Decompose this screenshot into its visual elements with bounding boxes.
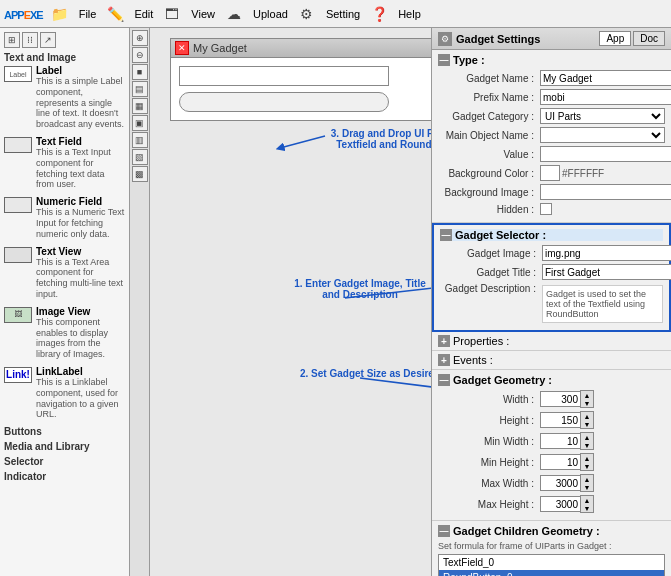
menu-help[interactable]: Help <box>392 6 427 22</box>
gadget-title-row: Gadget Title : <box>440 264 663 280</box>
linklabel-comp-desc: This is a Linklabel component, used for … <box>36 377 125 420</box>
settings-tabs: App Doc <box>599 31 665 46</box>
window-icon[interactable]: 🗔 <box>161 3 183 25</box>
height-spinner: ▲ ▼ <box>540 411 594 429</box>
bg-color-swatch[interactable] <box>540 165 560 181</box>
linklabel-comp-icon: Link! <box>4 367 32 383</box>
selector-label-text: Gadget Selector : <box>455 229 546 241</box>
gadget-button[interactable] <box>179 92 389 112</box>
width-row: Width : ▲ ▼ <box>438 390 665 408</box>
canvas-area: ✕ My Gadget 3. Drag and Drop UI Parts e.… <box>150 28 431 576</box>
value-input[interactable] <box>540 146 671 162</box>
events-expand-icon: + <box>438 354 450 366</box>
menu-file[interactable]: File <box>73 6 103 22</box>
menu-edit[interactable]: Edit <box>128 6 159 22</box>
min-height-row: Min Height : ▲ ▼ <box>438 453 665 471</box>
textview-comp-icon <box>4 247 32 263</box>
gadget-title-text: My Gadget <box>193 42 247 54</box>
width-spin-up[interactable]: ▲ <box>581 391 593 399</box>
max-width-spin-down[interactable]: ▼ <box>581 483 593 491</box>
component-label[interactable]: Label Label This is a simple Label compo… <box>4 65 125 130</box>
child-roundbutton[interactable]: RoundButton_0 <box>439 570 664 576</box>
tool5-icon[interactable]: ▥ <box>132 132 148 148</box>
menu-upload[interactable]: Upload <box>247 6 294 22</box>
children-section: — Gadget Children Geometry : Set formula… <box>432 521 671 576</box>
edit-doc-icon[interactable]: ✏️ <box>104 3 126 25</box>
menu-view[interactable]: View <box>185 6 221 22</box>
zoom-out-icon[interactable]: ⊖ <box>132 47 148 63</box>
min-height-input[interactable] <box>540 454 580 470</box>
min-width-row: Min Width : ▲ ▼ <box>438 432 665 450</box>
tool4-icon[interactable]: ▣ <box>132 115 148 131</box>
max-width-spin-up[interactable]: ▲ <box>581 475 593 483</box>
annotation-3: 3. Drag and Drop UI Parts e.g Textfield … <box>310 128 431 150</box>
tab-doc[interactable]: Doc <box>633 31 665 46</box>
dots-icon[interactable]: ⁞⁞ <box>22 32 38 48</box>
min-width-spin-up[interactable]: ▲ <box>581 433 593 441</box>
min-height-spin-up[interactable]: ▲ <box>581 454 593 462</box>
gadget-name-input[interactable] <box>540 70 671 86</box>
tool3-icon[interactable]: ▦ <box>132 98 148 114</box>
imageview-comp-icon: 🖼 <box>4 307 32 323</box>
properties-section[interactable]: + Properties : <box>432 332 671 351</box>
gadget-window[interactable]: ✕ My Gadget <box>170 38 431 121</box>
section-media: Media and Library <box>4 441 125 452</box>
component-textview[interactable]: Text View This is a Text Area component … <box>4 246 125 300</box>
children-label-text: Gadget Children Geometry : <box>453 525 600 537</box>
min-height-spin-down[interactable]: ▼ <box>581 462 593 470</box>
width-input[interactable] <box>540 391 580 407</box>
min-width-input[interactable] <box>540 433 580 449</box>
min-width-spin-down[interactable]: ▼ <box>581 441 593 449</box>
geometry-section-label: — Gadget Geometry : <box>438 374 665 386</box>
prefix-input[interactable] <box>540 89 671 105</box>
category-select[interactable]: UI Parts <box>540 108 665 124</box>
zoom-in-icon[interactable]: ⊕ <box>132 30 148 46</box>
max-height-input[interactable] <box>540 496 580 512</box>
height-input[interactable] <box>540 412 580 428</box>
menu-setting[interactable]: Setting <box>320 6 366 22</box>
geometry-collapse-btn[interactable]: — <box>438 374 450 386</box>
tab-app[interactable]: App <box>599 31 631 46</box>
gadget-textfield[interactable] <box>179 66 389 86</box>
numfield-comp-name: Numeric Field <box>36 196 125 207</box>
min-height-label: Min Height : <box>438 457 538 468</box>
grid-icon[interactable]: ⊞ <box>4 32 20 48</box>
max-height-spin-down[interactable]: ▼ <box>581 504 593 512</box>
hidden-row: Hidden : <box>438 203 665 215</box>
tool7-icon[interactable]: ▩ <box>132 166 148 182</box>
children-collapse-btn[interactable]: — <box>438 525 450 537</box>
imageview-comp-name: Image View <box>36 306 125 317</box>
help-circle-icon[interactable]: ❓ <box>368 3 390 25</box>
max-height-spin-up[interactable]: ▲ <box>581 496 593 504</box>
component-numfield[interactable]: Numeric Field This is a Numeric Text Inp… <box>4 196 125 239</box>
child-textfield[interactable]: TextField_0 <box>439 555 664 570</box>
component-textfield[interactable]: Text Field This is a Text Input componen… <box>4 136 125 190</box>
tool1-icon[interactable]: ■ <box>132 64 148 80</box>
gadget-image-input[interactable] <box>542 245 671 261</box>
type-section-label: — Type : <box>438 54 665 66</box>
bg-image-input[interactable] <box>540 184 671 200</box>
cloud-icon[interactable]: ☁ <box>223 3 245 25</box>
settings-icon[interactable]: ⚙ <box>296 3 318 25</box>
properties-expand-icon: + <box>438 335 450 347</box>
geometry-section: — Gadget Geometry : Width : ▲ ▼ Height : <box>432 370 671 521</box>
component-imageview[interactable]: 🖼 Image View This component enables to d… <box>4 306 125 360</box>
max-width-input[interactable] <box>540 475 580 491</box>
max-width-label: Max Width : <box>438 478 538 489</box>
gadget-title-input[interactable] <box>542 264 671 280</box>
height-spin-up[interactable]: ▲ <box>581 412 593 420</box>
type-collapse-btn[interactable]: — <box>438 54 450 66</box>
main-object-select[interactable] <box>540 127 665 143</box>
events-section[interactable]: + Events : <box>432 351 671 370</box>
tool2-icon[interactable]: ▤ <box>132 81 148 97</box>
gadget-close-btn[interactable]: ✕ <box>175 41 189 55</box>
selector-collapse-btn[interactable]: — <box>440 229 452 241</box>
width-label: Width : <box>438 394 538 405</box>
component-linklabel[interactable]: Link! LinkLabel This is a Linklabel comp… <box>4 366 125 420</box>
arrow-out-icon[interactable]: ↗ <box>40 32 56 48</box>
height-spin-down[interactable]: ▼ <box>581 420 593 428</box>
width-spin-down[interactable]: ▼ <box>581 399 593 407</box>
folder-icon[interactable]: 📁 <box>49 3 71 25</box>
hidden-checkbox[interactable] <box>540 203 552 215</box>
tool6-icon[interactable]: ▧ <box>132 149 148 165</box>
